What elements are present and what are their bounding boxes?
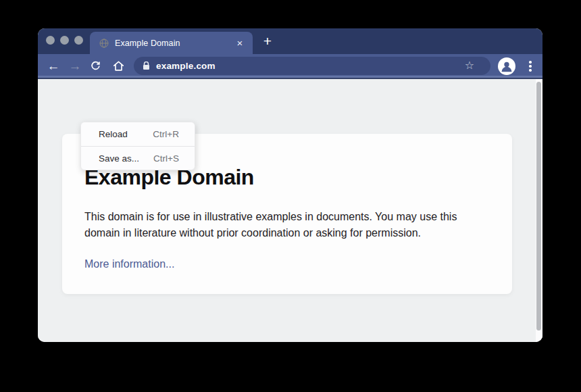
tab-close-icon[interactable]: ×: [234, 38, 245, 48]
context-menu: Reload Ctrl+R Save as... Ctrl+S: [80, 122, 195, 170]
forward-button[interactable]: →: [66, 57, 84, 76]
browser-window: Example Domain × + ← → example.com ☆: [38, 28, 542, 342]
tab-strip: Example Domain × +: [38, 28, 542, 54]
window-minimize-button[interactable]: [60, 36, 69, 45]
back-button[interactable]: ←: [44, 57, 63, 76]
context-menu-item-save-as[interactable]: Save as... Ctrl+S: [81, 146, 195, 170]
reload-button[interactable]: [86, 57, 105, 76]
page-viewport: Example Domain This domain is for use in…: [38, 79, 542, 342]
home-icon: [112, 59, 125, 72]
lock-icon: [143, 62, 150, 70]
bookmark-star-icon[interactable]: ☆: [465, 59, 474, 72]
reload-icon: [90, 60, 101, 72]
scrollbar-track[interactable]: [536, 79, 542, 342]
context-menu-item-reload[interactable]: Reload Ctrl+R: [81, 122, 195, 146]
kebab-dot: [529, 65, 532, 68]
profile-avatar[interactable]: [498, 57, 515, 75]
home-button[interactable]: [109, 57, 128, 76]
menu-item-shortcut: Ctrl+S: [153, 153, 179, 164]
window-close-button[interactable]: [46, 36, 55, 45]
kebab-dot: [529, 61, 532, 64]
url-text: example.com: [156, 61, 216, 71]
window-zoom-button[interactable]: [74, 36, 83, 45]
page-paragraph: This domain is for use in illustrative e…: [84, 209, 480, 241]
new-tab-button[interactable]: +: [258, 32, 277, 51]
more-information-link[interactable]: More information...: [84, 258, 174, 270]
address-bar[interactable]: example.com ☆: [134, 57, 490, 75]
browser-menu-button[interactable]: [526, 59, 534, 73]
person-icon: [500, 59, 513, 73]
scrollbar-thumb[interactable]: [536, 82, 541, 330]
browser-toolbar: ← → example.com ☆: [38, 54, 542, 79]
tab-title: Example Domain: [115, 39, 234, 48]
menu-item-shortcut: Ctrl+R: [153, 129, 179, 139]
kebab-dot: [529, 69, 532, 72]
menu-item-label: Reload: [99, 129, 128, 139]
active-tab[interactable]: Example Domain ×: [90, 32, 253, 54]
window-controls: [46, 36, 83, 45]
globe-favicon-icon: [99, 39, 109, 48]
menu-item-label: Save as...: [99, 153, 139, 164]
